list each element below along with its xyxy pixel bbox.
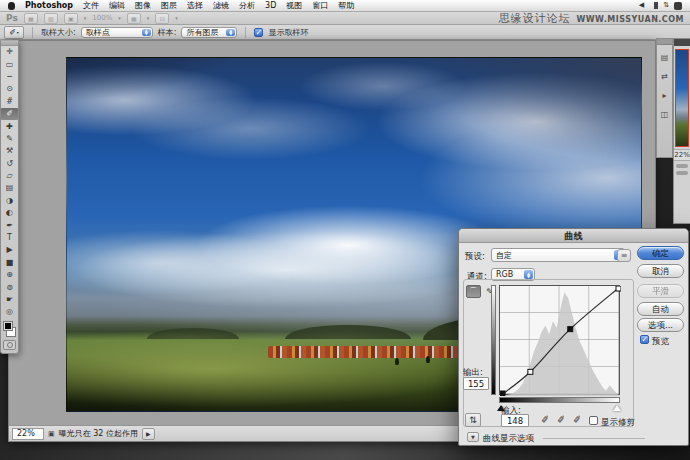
status-info-icon: ▣ — [48, 430, 55, 438]
panel-row[interactable] — [676, 171, 688, 175]
extras-icon[interactable]: ▥ — [44, 13, 58, 24]
output-value-box[interactable]: 155 — [463, 377, 489, 390]
black-point-eyedropper-icon[interactable]: ✐ — [540, 413, 550, 425]
quick-mask-button[interactable] — [3, 340, 16, 350]
cancel-button[interactable]: 取消 — [637, 264, 684, 278]
status-menu-button[interactable]: ▶ — [142, 428, 155, 440]
panel-icon-layers[interactable]: ◫ — [657, 107, 672, 121]
auto-button[interactable]: 自动 — [637, 302, 684, 316]
panel-dock-strip: ▤⇄▸◫ — [656, 38, 673, 158]
eyedropper-tool-icon[interactable]: ✐ — [1, 108, 18, 120]
screen-mode-icon[interactable]: ⊡ — [155, 13, 169, 24]
panel-icon-swap[interactable]: ⇄ — [657, 69, 672, 83]
curve-grid[interactable] — [499, 285, 620, 395]
menu-image[interactable]: 图像 — [135, 0, 151, 11]
crop-tool-icon[interactable]: # — [1, 96, 18, 108]
disclosure-triangle-icon[interactable]: ▼ — [467, 432, 479, 442]
navigator-panel: 22% — [673, 38, 690, 224]
white-point-eyedropper-icon[interactable]: ✐ — [572, 413, 582, 425]
menu-3d[interactable]: 3D — [265, 1, 276, 10]
edit-points-icon[interactable]: ⌒ — [466, 285, 481, 298]
bridge-icon[interactable]: ▦ — [24, 13, 38, 24]
foreground-color-swatch[interactable] — [3, 321, 13, 331]
color-swatches[interactable] — [1, 321, 18, 337]
curve-display-options-label: 曲线显示选项 — [483, 433, 534, 445]
hill — [285, 325, 411, 339]
menu-window[interactable]: 窗口 — [312, 0, 328, 11]
brush-tool-icon[interactable]: ✎ — [1, 133, 18, 145]
panel-row[interactable] — [676, 164, 688, 168]
blur-tool-icon[interactable]: ◑ — [1, 195, 18, 207]
arrange-documents-icon[interactable]: ▦ — [127, 13, 141, 24]
show-clipping-checkbox[interactable] — [589, 416, 598, 425]
arrows-icon[interactable]: ⇅ — [663, 2, 669, 9]
menu-edit[interactable]: 编辑 — [109, 0, 125, 11]
show-sampling-ring-checkbox[interactable]: ✓ — [254, 28, 263, 37]
panel-icon-actions[interactable]: ▸ — [657, 88, 672, 102]
smooth-button[interactable]: 平滑 — [637, 284, 684, 298]
menu-file[interactable]: 文件 — [83, 0, 99, 11]
dialog-title[interactable]: 曲线 — [459, 229, 688, 243]
stepper-icon: ▲▼ — [142, 29, 151, 36]
preset-select[interactable]: 自定 ▲▼ — [491, 248, 625, 262]
view-extras-icon[interactable]: ▣ — [64, 13, 78, 24]
on-image-adjust-icon[interactable]: ⇅ — [465, 413, 481, 427]
menu-filter[interactable]: 滤镜 — [213, 0, 229, 11]
history-brush-tool-icon[interactable]: ↺ — [1, 158, 18, 170]
input-value-box[interactable]: 148 — [501, 414, 529, 427]
watermark-site-name: 思缘设计论坛 — [498, 11, 570, 26]
curves-dialog: 曲线 预设: 自定 ▲▼ ≡ 确定 取消 平滑 自动 选项... ✓ 预览 通道… — [458, 228, 689, 446]
shape-tool-icon[interactable]: ■ — [1, 257, 18, 269]
3d-orbit-tool-icon[interactable]: ⊚ — [1, 281, 18, 293]
zoom-tool-icon[interactable]: ◎ — [1, 306, 18, 318]
volume-icon[interactable]: ◀ — [639, 2, 644, 9]
navigator-thumbnail[interactable] — [675, 49, 689, 147]
panel-tab-bar[interactable] — [674, 39, 690, 46]
marquee-tool-icon[interactable]: ▭ — [1, 58, 18, 70]
navigator-zoom[interactable]: 22% — [674, 149, 690, 161]
healing-brush-tool-icon[interactable]: ✚ — [1, 120, 18, 132]
menu-photoshop[interactable]: Photoshop — [25, 1, 73, 10]
ok-button[interactable]: 确定 — [637, 246, 684, 260]
menu-analysis[interactable]: 分析 — [239, 0, 255, 11]
wifi-icon[interactable] — [649, 2, 658, 9]
input-method-icon[interactable] — [674, 2, 682, 10]
menu-select[interactable]: 选择 — [187, 0, 203, 11]
pen-tool-icon[interactable]: ✒ — [1, 219, 18, 231]
dock-header[interactable] — [657, 39, 672, 45]
type-tool-icon[interactable]: T — [1, 232, 18, 244]
status-zoom-field[interactable]: 22% — [12, 428, 44, 440]
apple-menu-icon[interactable] — [8, 2, 15, 10]
dodge-tool-icon[interactable]: ◐ — [1, 207, 18, 219]
preset-options-button[interactable]: ≡ — [617, 249, 631, 262]
histogram — [500, 293, 621, 397]
options-button[interactable]: 选项... — [637, 318, 684, 332]
menu-help[interactable]: 帮助 — [338, 0, 354, 11]
sample-size-select[interactable]: 取样点 ▲▼ — [81, 27, 153, 38]
panel-icon-histogram[interactable]: ▤ — [657, 50, 672, 64]
output-gradient-bar — [491, 285, 496, 395]
menu-view[interactable]: 视图 — [286, 0, 302, 11]
status-info-text: 曝光只在 32 位起作用 — [59, 428, 138, 439]
hand-tool-icon[interactable]: ☛ — [1, 294, 18, 306]
quick-selection-tool-icon[interactable]: ⊙ — [1, 83, 18, 95]
preview-checkbox[interactable]: ✓ — [640, 335, 649, 344]
eraser-tool-icon[interactable]: ▱ — [1, 170, 18, 182]
3d-rotate-tool-icon[interactable]: ⊕ — [1, 269, 18, 281]
menu-layer[interactable]: 图层 — [161, 0, 177, 11]
preview-label: 预览 — [652, 336, 669, 348]
move-tool-icon[interactable]: ✛ — [1, 46, 18, 58]
curve-point-selected — [568, 327, 573, 332]
show-clipping-label: 显示修剪 — [601, 417, 635, 429]
lasso-tool-icon[interactable]: ∽ — [1, 71, 18, 83]
gray-point-eyedropper-icon[interactable]: ✐ — [556, 413, 566, 425]
preset-label: 预设: — [465, 251, 485, 263]
eyedropper-preset-icon[interactable]: ✐▾ — [4, 26, 24, 39]
highlight-input-slider[interactable] — [613, 405, 621, 411]
path-select-tool-icon[interactable]: ▶ — [1, 244, 18, 256]
clone-stamp-tool-icon[interactable]: ⚒ — [1, 145, 18, 157]
gradient-tool-icon[interactable]: ▤ — [1, 182, 18, 194]
app-zoom-level[interactable]: 100% — [92, 14, 112, 22]
sample-label: 样本: — [158, 27, 177, 38]
sample-select[interactable]: 所有图层 ▲▼ — [181, 27, 237, 38]
